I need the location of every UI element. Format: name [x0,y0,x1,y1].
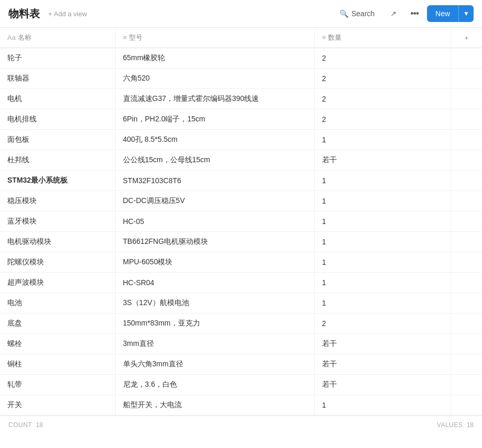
bom-table: Aa名称 ≡型号 ≡数量 + 轮子65mm橡胶轮2联轴器六角5202电机直流减速… [0,28,482,416]
table-row[interactable]: 稳压模块DC-DC调压稳压5V1 [0,191,482,211]
new-button[interactable]: New [427,5,458,22]
new-dropdown-button[interactable]: ▼ [458,5,474,22]
table-body: 轮子65mm橡胶轮2联轴器六角5202电机直流减速G37，增量式霍尔编码器390… [0,48,482,416]
table-container: Aa名称 ≡型号 ≡数量 + 轮子65mm橡胶轮2联轴器六角5202电机直流减速… [0,28,482,416]
cell-quantity: 若干 [314,354,451,375]
cell-add [451,375,482,395]
list-icon-model: ≡ [123,33,127,41]
cell-add [451,171,482,191]
cell-quantity: 1 [314,273,451,293]
cell-add [451,191,482,211]
table-row[interactable]: 底盘150mm*83mm，亚克力2 [0,313,482,334]
cell-name: 面包板 [0,130,115,150]
cell-quantity: 2 [314,109,451,130]
cell-name: 底盘 [0,313,115,334]
table-row[interactable]: 轮子65mm橡胶轮2 [0,48,482,69]
count-value: 18 [36,421,43,429]
cell-quantity: 2 [314,48,451,69]
cell-name: 轧带 [0,375,115,395]
cell-quantity: 1 [314,252,451,273]
table-row[interactable]: 电机驱动模块TB6612FNG电机驱动模块1 [0,232,482,252]
table-row[interactable]: 杜邦线公公线15cm，公母线15cm若干 [0,150,482,171]
cell-add [451,232,482,252]
cell-quantity: 若干 [314,334,451,354]
cell-add [451,69,482,89]
table-row[interactable]: 超声波模块HC-SR041 [0,273,482,293]
cell-add [451,150,482,171]
values-value: 18 [467,421,474,429]
table-footer: COUNT 18 VALUES 18 [0,416,482,434]
cell-name: 电机排线 [0,109,115,130]
table-row[interactable]: 电机直流减速G37，增量式霍尔编码器390线速2 [0,89,482,109]
col-header-add[interactable]: + [451,28,482,48]
cell-add [451,354,482,375]
table-row[interactable]: 电机排线6Pin，PH2.0端子，15cm2 [0,109,482,130]
expand-icon: ↗ [390,9,397,18]
add-view-button[interactable]: + Add a view [44,8,91,20]
cell-quantity: 1 [314,211,451,232]
cell-model: DC-DC调压稳压5V [115,191,314,211]
cell-add [451,334,482,354]
cell-model: 公公线15cm，公母线15cm [115,150,314,171]
text-icon: Aa [7,33,16,41]
values-label: VALUES [437,421,463,429]
search-label: Search [352,9,375,18]
cell-model: 单头六角3mm直径 [115,354,314,375]
cell-add [451,293,482,313]
page-title: 物料表 [8,7,40,21]
cell-model: 3S（12V）航模电池 [115,293,314,313]
search-icon: 🔍 [339,9,348,18]
cell-add [451,395,482,416]
cell-quantity: 若干 [314,150,451,171]
cell-model: 400孔 8.5*5.5cm [115,130,314,150]
cell-quantity: 1 [314,395,451,416]
cell-quantity: 1 [314,171,451,191]
cell-model: STM32F103C8T6 [115,171,314,191]
table-row[interactable]: 轧带尼龙，3.6，白色若干 [0,375,482,395]
list-icon-qty: ≡ [322,33,326,41]
cell-name: 联轴器 [0,69,115,89]
cell-model: MPU-6050模块 [115,252,314,273]
cell-name: 螺栓 [0,334,115,354]
cell-quantity: 若干 [314,375,451,395]
cell-name: 电池 [0,293,115,313]
search-button[interactable]: 🔍 Search [333,6,381,21]
cell-add [451,130,482,150]
cell-model: TB6612FNG电机驱动模块 [115,232,314,252]
cell-model: 船型开关，大电流 [115,395,314,416]
cell-model: 尼龙，3.6，白色 [115,375,314,395]
table-row[interactable]: 面包板400孔 8.5*5.5cm1 [0,130,482,150]
cell-add [451,211,482,232]
cell-add [451,109,482,130]
table-row[interactable]: STM32最小系统板STM32F103C8T61 [0,171,482,191]
expand-icon-button[interactable]: ↗ [385,5,402,22]
count-label: COUNT [8,421,32,429]
cell-quantity: 2 [314,89,451,109]
cell-add [451,89,482,109]
cell-add [451,273,482,293]
cell-quantity: 1 [314,130,451,150]
cell-name: 轮子 [0,48,115,69]
table-row[interactable]: 铜柱单头六角3mm直径若干 [0,354,482,375]
table-row[interactable]: 蓝牙模块HC-051 [0,211,482,232]
col-header-model: ≡型号 [115,28,314,48]
chevron-down-icon: ▼ [463,10,469,17]
cell-model: HC-05 [115,211,314,232]
cell-name: 陀螺仪模块 [0,252,115,273]
footer-values: VALUES 18 [437,421,474,429]
table-row[interactable]: 陀螺仪模块MPU-6050模块1 [0,252,482,273]
table-row[interactable]: 开关船型开关，大电流1 [0,395,482,416]
more-options-button[interactable]: ••• [406,5,423,22]
cell-model: 六角520 [115,69,314,89]
cell-model: 65mm橡胶轮 [115,48,314,69]
cell-quantity: 2 [314,313,451,334]
header: 物料表 + Add a view 🔍 Search ↗ ••• New ▼ [0,0,482,28]
table-row[interactable]: 螺栓3mm直径若干 [0,334,482,354]
cell-add [451,252,482,273]
table-row[interactable]: 联轴器六角5202 [0,69,482,89]
table-row[interactable]: 电池3S（12V）航模电池1 [0,293,482,313]
cell-name: 开关 [0,395,115,416]
cell-quantity: 1 [314,191,451,211]
cell-model: 150mm*83mm，亚克力 [115,313,314,334]
cell-name: 铜柱 [0,354,115,375]
